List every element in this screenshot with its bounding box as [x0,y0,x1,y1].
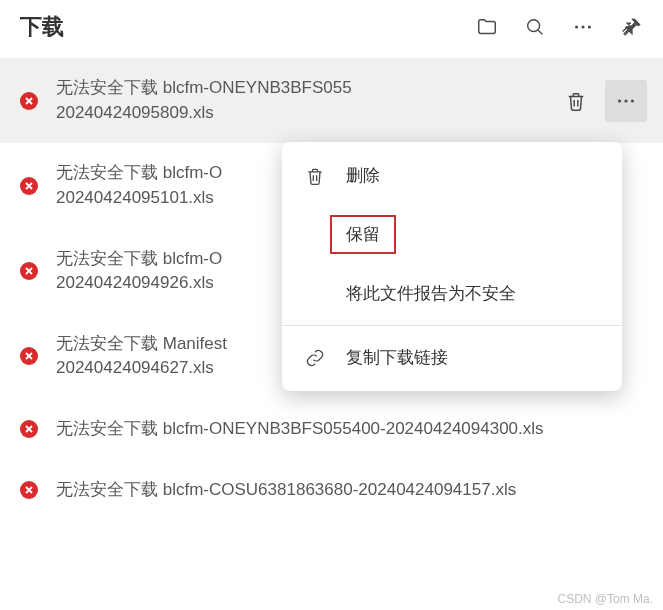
menu-label: 保留 [346,225,380,244]
svg-point-2 [575,25,578,28]
folder-icon[interactable] [475,15,499,39]
svg-point-8 [624,99,627,102]
menu-report-unsafe[interactable]: 将此文件报告为不安全 [282,268,622,319]
context-menu: 删除 保留 将此文件报告为不安全 复制下载链接 [282,142,622,391]
error-icon [20,262,38,280]
item-more-button[interactable] [605,80,647,122]
page-title: 下载 [20,12,475,42]
download-item[interactable]: 无法安全下载 blcfm-COSU6381863680-202404240941… [0,460,663,521]
menu-keep[interactable]: 保留 [282,201,622,268]
more-icon[interactable] [571,15,595,39]
menu-delete[interactable]: 删除 [282,150,622,201]
item-title: 无法安全下载 blcfm-ONEYNB3BFS05520240424095809… [56,76,416,125]
error-icon [20,420,38,438]
error-icon [20,177,38,195]
item-title: 无法安全下载 blcfm-ONEYNB3BFS055400-2024042409… [56,417,647,442]
svg-point-4 [588,25,591,28]
error-icon [20,347,38,365]
delete-button[interactable] [555,80,597,122]
item-text: 无法安全下载 blcfm-ONEYNB3BFS05520240424095809… [56,76,537,125]
downloads-header: 下载 [0,0,663,58]
item-actions [555,80,647,122]
search-icon[interactable] [523,15,547,39]
svg-point-3 [581,25,584,28]
link-icon [304,347,326,369]
svg-point-9 [631,99,634,102]
watermark: CSDN @Tom Ma. [557,592,653,606]
item-text: 无法安全下载 blcfm-COSU6381863680-202404240941… [56,478,647,503]
menu-label: 将此文件报告为不安全 [346,282,516,305]
svg-point-7 [618,99,621,102]
menu-divider [282,325,622,326]
menu-label: 删除 [346,164,380,187]
header-actions [475,15,643,39]
download-item[interactable]: 无法安全下载 blcfm-ONEYNB3BFS05520240424095809… [0,58,663,143]
error-icon [20,92,38,110]
svg-point-0 [528,20,540,32]
trash-icon [304,165,326,187]
error-icon [20,481,38,499]
svg-line-1 [538,30,542,34]
download-item[interactable]: 无法安全下载 blcfm-ONEYNB3BFS055400-2024042409… [0,399,663,460]
menu-label: 复制下载链接 [346,346,448,369]
pin-icon[interactable] [619,15,643,39]
item-text: 无法安全下载 blcfm-ONEYNB3BFS055400-2024042409… [56,417,647,442]
menu-copy-link[interactable]: 复制下载链接 [282,332,622,383]
item-title: 无法安全下载 blcfm-COSU6381863680-202404240941… [56,478,647,503]
